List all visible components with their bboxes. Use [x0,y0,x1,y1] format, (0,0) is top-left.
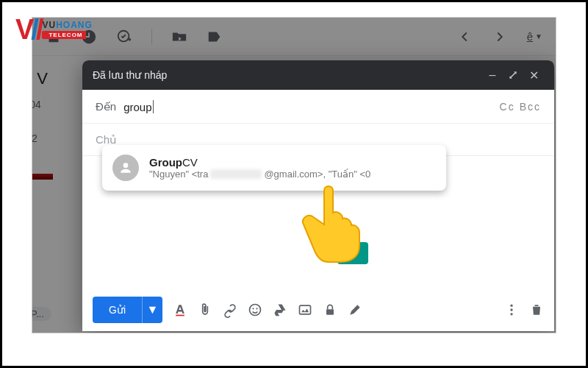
more-icon[interactable] [504,302,519,317]
lock-icon[interactable] [323,302,337,317]
background-left-panel: g V <04 y 2 P... [32,62,81,333]
watermark-logo: V// VUHOANG TELECOM [15,15,93,43]
svg-rect-6 [326,309,334,315]
cc-link[interactable]: Cc [500,101,515,113]
compose-header[interactable]: Đã lưu thư nháp – ✕ [82,60,554,90]
drive-icon[interactable] [273,302,287,317]
svg-point-3 [252,308,254,309]
trash-icon[interactable] [529,302,544,317]
link-icon[interactable] [223,302,237,317]
attach-icon[interactable] [198,302,212,317]
font-format-icon[interactable] [173,302,187,317]
chevron-left-icon[interactable] [456,29,473,45]
move-to-icon[interactable] [171,29,187,45]
svg-point-4 [256,308,257,309]
to-label: Đến [96,100,116,113]
svg-point-2 [250,305,261,316]
svg-point-9 [510,313,512,315]
emoji-icon[interactable] [248,302,262,317]
person-icon [112,155,139,181]
send-button[interactable]: Gửi [93,297,142,323]
to-input[interactable]: group [123,100,153,113]
pen-icon[interactable] [348,302,362,317]
close-icon[interactable]: ✕ [523,65,544,85]
send-split-button[interactable]: Gửi ▼ [93,297,162,323]
minimize-icon[interactable]: – [482,65,503,85]
label-icon[interactable] [207,29,223,45]
pointing-hand-illustration [293,169,381,282]
compose-toolbar: Gửi ▼ [82,289,554,331]
bcc-link[interactable]: Bcc [520,101,541,113]
send-more-icon[interactable]: ▼ [142,297,162,323]
compose-title: Đã lưu thư nháp [93,69,167,81]
image-icon[interactable] [298,302,312,317]
svg-rect-1 [176,315,184,316]
message-toolbar: ê ▼ [32,18,556,56]
to-field-row[interactable]: Đến group Cc Bcc [82,90,554,124]
suggestion-name: GroupCV [149,156,370,169]
svg-point-7 [510,305,512,307]
separator [151,29,152,45]
expand-icon[interactable] [503,65,523,85]
subject-input[interactable]: Chủ [96,133,117,146]
svg-point-8 [510,308,512,311]
chevron-right-icon[interactable] [492,29,508,45]
contact-suggestion[interactable]: GroupCV "Nguyen" <tra@gmail.com>, "Tuấn"… [102,145,446,191]
account-chip[interactable]: ê ▼ [527,30,542,43]
add-task-icon[interactable] [116,29,132,45]
svg-rect-5 [300,305,311,314]
